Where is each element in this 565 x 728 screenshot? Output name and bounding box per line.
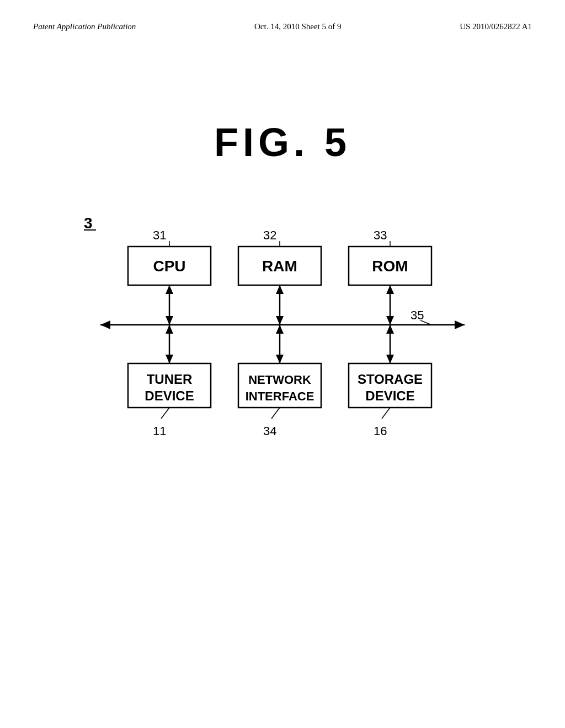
label-16: 16 <box>374 424 387 438</box>
page-header: Patent Application Publication Oct. 14, … <box>0 0 565 31</box>
label-31: 31 <box>153 228 166 242</box>
block-diagram: 3 31 32 33 CPU RAM ROM 35 <box>67 198 498 485</box>
rom-label: ROM <box>372 258 408 275</box>
network-label-line2: INTERFACE <box>246 389 315 403</box>
network-arrow-down <box>276 355 284 363</box>
ram-arrow-down <box>276 316 284 325</box>
label-32: 32 <box>263 228 276 242</box>
ram-arrow-up <box>276 285 284 294</box>
cpu-arrow-down <box>166 316 173 325</box>
cpu-arrow-up <box>166 285 173 294</box>
bus-arrow-left <box>100 320 110 329</box>
tuner-arrow-up <box>166 325 173 334</box>
header-publication-type: Patent Application Publication <box>33 22 136 31</box>
tuner-label-line2: DEVICE <box>145 388 194 403</box>
header-patent-number: US 2010/0262822 A1 <box>460 22 532 31</box>
storage-label-line2: DEVICE <box>365 388 414 403</box>
storage-label-line1: STORAGE <box>358 372 423 387</box>
bus-arrow-right <box>455 320 465 329</box>
system-label: 3 <box>84 215 93 232</box>
rom-arrow-up <box>386 285 394 294</box>
tuner-label-line1: TUNER <box>147 372 193 387</box>
ram-label: RAM <box>262 258 297 275</box>
storage-arrow-up <box>386 325 394 334</box>
network-label-line1: NETWORK <box>248 373 311 387</box>
label-34: 34 <box>263 424 276 438</box>
tick-16 <box>382 408 390 419</box>
label-33: 33 <box>374 228 387 242</box>
cpu-label: CPU <box>153 258 185 275</box>
storage-arrow-down <box>386 355 394 363</box>
tick-11 <box>161 408 169 419</box>
tuner-arrow-down <box>166 355 173 363</box>
tick-34 <box>271 408 280 419</box>
figure-title: FIG. 5 <box>0 120 565 165</box>
network-arrow-up <box>276 325 284 334</box>
rom-arrow-down <box>386 316 394 325</box>
bus-label-35: 35 <box>411 308 424 322</box>
header-date-sheet: Oct. 14, 2010 Sheet 5 of 9 <box>254 22 341 31</box>
label-11: 11 <box>153 424 166 438</box>
